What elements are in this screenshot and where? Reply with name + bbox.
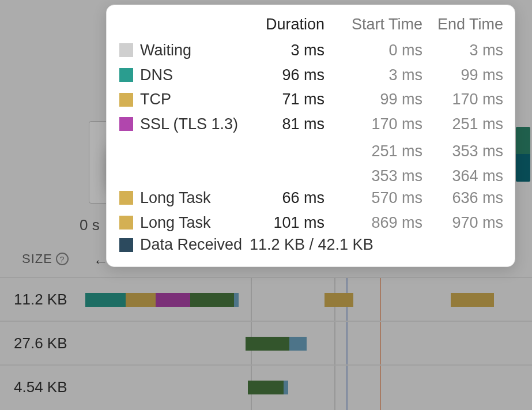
- seg-download: [284, 381, 288, 394]
- seg-ttfb: [248, 381, 284, 394]
- swatch-icon: [119, 191, 133, 205]
- swatch-icon: [119, 216, 133, 230]
- tooltip-row: SSL (TLS 1.3)81 ms170 ms251 ms: [119, 112, 500, 137]
- phase-start: 170 ms: [325, 112, 422, 137]
- seg-ttfb: [246, 337, 289, 351]
- seg-longtask: [325, 293, 353, 307]
- seg-ssl: [156, 293, 190, 307]
- seg-tcp: [126, 293, 156, 307]
- row-bars: [85, 293, 532, 307]
- seg-download: [234, 293, 239, 307]
- phase-name: Long Task: [140, 186, 250, 210]
- phase-end: 636 ms: [422, 186, 503, 210]
- size-header-text: SIZE: [22, 251, 52, 266]
- phase-name: DNS: [140, 63, 250, 88]
- help-icon[interactable]: ?: [56, 253, 69, 265]
- tooltip-row-tail: 353 ms364 ms: [119, 164, 500, 189]
- timing-tooltip: Duration Start Time End Time Waiting3 ms…: [106, 5, 515, 267]
- phase-start: 99 ms: [325, 87, 422, 112]
- tooltip-row: Waiting3 ms0 ms3 ms: [119, 38, 500, 63]
- phase-end: 353 ms: [422, 139, 503, 164]
- phase-start: 353 ms: [325, 164, 422, 189]
- phase-name: Long Task: [140, 210, 250, 235]
- tooltip-row: TCP71 ms99 ms170 ms: [119, 87, 500, 112]
- footer-name: Data Received: [140, 236, 250, 254]
- waterfall-row[interactable]: 11.2 KB: [0, 277, 532, 321]
- col-duration: Duration: [250, 16, 325, 33]
- waterfall-row[interactable]: 27.6 KB: [0, 321, 532, 364]
- waterfall-rows: 11.2 KB 27.6 KB 4.54 KB: [0, 277, 532, 408]
- phase-name: SSL (TLS 1.3): [140, 112, 250, 137]
- col-end: End Time: [422, 16, 503, 33]
- thumbnail-badge: [516, 127, 530, 182]
- phase-start: 570 ms: [325, 186, 422, 210]
- seg-longtask: [451, 293, 494, 307]
- row-bars: [85, 381, 532, 394]
- phase-end: 3 ms: [422, 38, 503, 63]
- tooltip-header: Duration Start Time End Time: [119, 16, 500, 33]
- phase-start: 0 ms: [325, 38, 422, 63]
- tooltip-footer: Data Received 11.2 KB / 42.1 KB: [119, 236, 500, 254]
- phase-duration: 81 ms: [250, 112, 325, 137]
- swatch-icon: [119, 117, 133, 131]
- phase-start: 3 ms: [325, 63, 422, 88]
- swatch-icon: [119, 93, 133, 107]
- tooltip-row: DNS96 ms3 ms99 ms: [119, 63, 500, 88]
- tooltip-row: Long Task101 ms869 ms970 ms: [119, 210, 500, 235]
- swatch-icon: [119, 68, 133, 82]
- seg-ttfb: [190, 293, 234, 307]
- phase-end: 970 ms: [422, 210, 503, 235]
- phase-end: 99 ms: [422, 63, 503, 88]
- phase-end: 364 ms: [422, 164, 503, 189]
- phase-end: 251 ms: [422, 112, 503, 137]
- size-column-header: SIZE ?: [22, 251, 69, 266]
- seg-dns: [85, 293, 126, 307]
- phase-duration: 101 ms: [250, 210, 325, 235]
- phase-duration: 66 ms: [250, 186, 325, 210]
- swatch-icon: [119, 238, 133, 252]
- phase-duration: 96 ms: [250, 63, 325, 88]
- seg-download: [289, 337, 307, 351]
- tooltip-row-tail: 251 ms353 ms: [119, 139, 500, 164]
- row-size: 27.6 KB: [0, 334, 75, 352]
- phase-name: Waiting: [140, 38, 250, 63]
- time-axis-zero: 0 s: [80, 216, 100, 234]
- col-start: Start Time: [325, 16, 422, 33]
- phase-start: 251 ms: [325, 139, 422, 164]
- phase-duration: 3 ms: [250, 38, 325, 63]
- row-bars: [85, 337, 532, 351]
- phase-duration: 71 ms: [250, 87, 325, 112]
- phase-end: 170 ms: [422, 87, 503, 112]
- waterfall-row[interactable]: 4.54 KB: [0, 364, 532, 408]
- tooltip-row: Long Task66 ms570 ms636 ms: [119, 186, 500, 210]
- row-size: 4.54 KB: [0, 378, 75, 396]
- footer-value: 11.2 KB / 42.1 KB: [250, 236, 500, 254]
- phase-name: TCP: [140, 87, 250, 112]
- swatch-icon: [119, 43, 133, 57]
- phase-start: 869 ms: [325, 210, 422, 235]
- row-size: 11.2 KB: [0, 291, 75, 309]
